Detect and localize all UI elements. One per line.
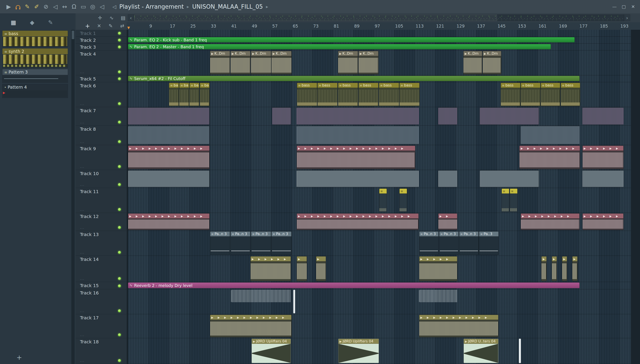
- playlist-clip-wave-pink[interactable]: ▶ ▶ ▶ ▶ ▶ ▶ ▶ ▶ ▶: [519, 146, 580, 169]
- playlist-clip-kick[interactable]: ▶K..Dm: [271, 51, 292, 74]
- track-header[interactable]: Track 16···: [76, 289, 127, 314]
- playlist-clip-stripe-purple[interactable]: [480, 108, 539, 125]
- playlist-horizontal-scrollbar[interactable]: ‹ ›: [128, 14, 630, 21]
- track-mute-led[interactable]: [118, 226, 121, 229]
- horizontal-scroll-thumb[interactable]: [134, 15, 497, 21]
- playlist-vertical-scrollbar[interactable]: [71, 30, 75, 364]
- track-mute-led[interactable]: [118, 284, 121, 287]
- playlist-clip-pat3[interactable]: ≡Pa..n 3: [271, 231, 292, 255]
- grid-track-row[interactable]: [128, 289, 631, 314]
- playlist-clip-bass[interactable]: ≡bass: [317, 83, 338, 106]
- grid-track-row[interactable]: [128, 338, 631, 364]
- playlist-clip-pat3[interactable]: ≡Pa..n 3: [419, 231, 439, 255]
- track-header[interactable]: Track 4···: [76, 50, 127, 75]
- pattern-item-pattern-3[interactable]: ≡Pattern 3: [2, 69, 68, 83]
- playhead-marker[interactable]: [127, 27, 130, 29]
- track-header[interactable]: Track 11···: [76, 188, 127, 213]
- track-mute-led[interactable]: [118, 46, 121, 48]
- playlist-clip-wave-olive[interactable]: ▶: [316, 256, 326, 281]
- track-mute-led[interactable]: [118, 333, 121, 336]
- playlist-clip-bass[interactable]: ≡bass: [561, 83, 580, 106]
- grid-track-row[interactable]: [128, 231, 631, 256]
- playlist-clip-auto-olive[interactable]: ∿Serum_x64 #2 - Fil Cutoff: [128, 76, 580, 81]
- playlist-clip-wave-olive[interactable]: ▶: [562, 256, 567, 281]
- playlist-clip-kick[interactable]: ▶K..Dm: [483, 51, 502, 74]
- playlist-clip-wave-pink[interactable]: ▶ ▶: [438, 213, 457, 230]
- playlist-clip-bass[interactable]: ≡ba: [179, 83, 189, 106]
- track-mute-led[interactable]: [118, 140, 121, 143]
- track-header[interactable]: Track 3: [76, 44, 127, 50]
- swap-tool[interactable]: ⇄: [119, 23, 125, 29]
- playlist-clip-wave-olive[interactable]: ▶: [297, 256, 307, 281]
- playlist-clip-pat3[interactable]: ≡Pa..n 3: [251, 231, 271, 255]
- track-header[interactable]: Track 17···: [76, 314, 127, 338]
- playlist-clip-auto-purple[interactable]: ∿Reeverb 2 - melody Dry level: [128, 282, 580, 288]
- playlist-clip-stripe-blue[interactable]: [297, 126, 419, 144]
- pattern-item-synth-2[interactable]: ≡synth 2: [2, 48, 68, 68]
- track-resize-grip[interactable]: ···: [80, 166, 84, 170]
- playlist-clip-kick[interactable]: ▶K..Dm: [463, 51, 482, 74]
- vertical-scroll-thumb[interactable]: [72, 31, 74, 39]
- track-mute-led[interactable]: [118, 277, 121, 280]
- playlist-clip-stripe-light[interactable]: [297, 170, 419, 187]
- track-header[interactable]: Track 5: [76, 75, 127, 82]
- playlist-clip-stripe-blue[interactable]: [521, 126, 580, 144]
- track-resize-grip[interactable]: ···: [80, 121, 84, 125]
- pencil-icon[interactable]: ✎: [48, 19, 53, 26]
- playlist-clip-wave-pink[interactable]: ▶ ▶ ▶ ▶ ▶ ▶: [582, 146, 624, 169]
- playlist-clip-wave-thin[interactable]: [231, 290, 291, 302]
- track-resize-grip[interactable]: ···: [80, 209, 84, 213]
- track-header[interactable]: Track 13···: [76, 231, 127, 256]
- playlist-clip-wave-pink[interactable]: ▶ ▶ ▶ ▶ ▶ ▶ ▶ ▶ ▶ ▶ ▶ ▶: [128, 213, 210, 230]
- track-mute-led[interactable]: [118, 70, 121, 73]
- cut-tool[interactable]: ✕: [96, 23, 102, 29]
- track-header[interactable]: Track 10···: [76, 170, 127, 188]
- grid-track-row[interactable]: [128, 30, 631, 37]
- playlist-clip-wave-pink[interactable]: ▶ ▶ ▶ ▶ ▶ ▶ ▶ ▶ ▶ ▶ ▶ ▶ ▶ ▶ ▶ ▶ ▶ ▶: [297, 213, 419, 230]
- playlist-grid[interactable]: ∿Param. EQ 2 - Kick sub - Band 1 freq∿Pa…: [128, 30, 631, 364]
- playlist-clip-pat3[interactable]: ≡Pa..n 3: [439, 231, 459, 255]
- playlist-clip-stripe-purple[interactable]: [438, 108, 457, 125]
- track-header[interactable]: Track 9···: [76, 145, 127, 170]
- playlist-clip-wave-olive[interactable]: ▶ ▶ ▶ ▶ ▶: [419, 256, 457, 281]
- playlist-clip-bass[interactable]: ≡bass: [541, 83, 560, 106]
- playlist-clip-bass[interactable]: ≡bass: [358, 83, 379, 106]
- playlist-clip-stripe-blue[interactable]: [128, 126, 210, 144]
- playlist-clip-stripe-light[interactable]: [582, 170, 624, 187]
- track-resize-grip[interactable]: ···: [80, 360, 84, 364]
- playlist-clip-stripe-light[interactable]: [128, 170, 210, 187]
- track-mute-led[interactable]: [118, 309, 121, 312]
- playlist-clip-pat3[interactable]: ≡Pa..n 3: [230, 231, 251, 255]
- playlist-clip-wave-olive[interactable]: ▶: [552, 256, 557, 281]
- playlist-clip-bass[interactable]: ≡ba: [189, 83, 199, 106]
- playlist-clip-stripe-light[interactable]: [438, 170, 457, 187]
- playlist-clip-pat3[interactable]: ≡Pa..n 3: [459, 231, 479, 255]
- zoom-icon[interactable]: ◎: [88, 0, 97, 13]
- timeline-ruler[interactable]: 9172533414957657381899710511312112913714…: [127, 22, 640, 30]
- playlist-clip-sliver[interactable]: [293, 290, 295, 313]
- playlist-clip-uplift[interactable]: ▶JØRD Uplifters 04: [252, 339, 291, 363]
- grid-track-row[interactable]: [128, 50, 631, 75]
- track-resize-grip[interactable]: ···: [80, 184, 84, 188]
- track-mute-led[interactable]: [118, 359, 121, 362]
- playlist-clip-wave-olive[interactable]: ▶ ▶ ▶ ▶ ▶ ▶: [250, 256, 291, 281]
- track-mute-led[interactable]: [118, 121, 121, 124]
- move-tool[interactable]: ✛: [97, 15, 103, 21]
- scroll-left-button[interactable]: ‹: [128, 14, 134, 21]
- zoom-frame-icon[interactable]: ▭: [79, 0, 88, 13]
- piano-tool[interactable]: ▤: [120, 15, 126, 21]
- playlist-clip-stripe-purple[interactable]: [297, 108, 419, 125]
- track-resize-grip[interactable]: ···: [80, 252, 84, 256]
- track-mute-led[interactable]: [118, 39, 121, 42]
- track-header[interactable]: Track 15: [76, 282, 127, 289]
- track-header[interactable]: Track 2: [76, 37, 127, 44]
- track-mute-led[interactable]: [118, 102, 121, 105]
- slip-icon[interactable]: ⊘: [41, 0, 51, 13]
- brush-icon[interactable]: ✐: [32, 0, 41, 13]
- track-header[interactable]: Track 1: [76, 30, 127, 37]
- playlist-clip-bass[interactable]: ≡ba: [169, 83, 179, 106]
- track-mute-led[interactable]: [118, 183, 121, 186]
- diamond-icon[interactable]: ◆: [30, 19, 34, 26]
- track-mute-led[interactable]: [118, 32, 121, 35]
- magnet-icon[interactable]: Ω: [69, 0, 79, 13]
